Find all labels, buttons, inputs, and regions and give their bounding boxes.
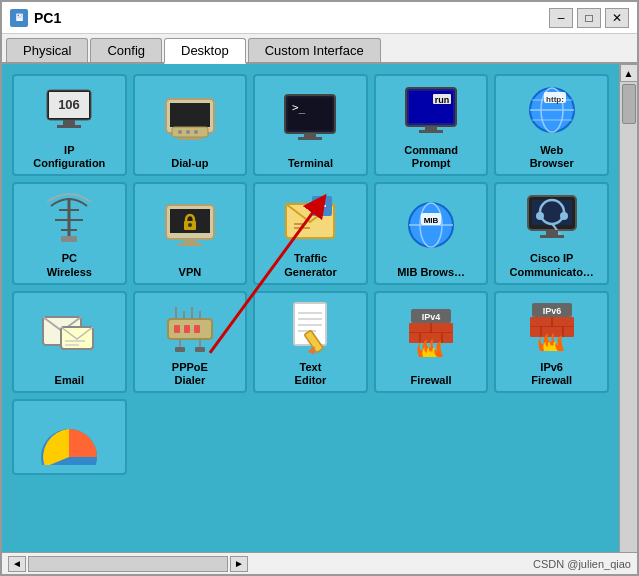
pie-chart-icon	[18, 407, 121, 465]
tab-bar: Physical Config Desktop Custom Interface	[2, 34, 637, 64]
grid-item-text-editor[interactable]: TextEditor	[253, 291, 368, 393]
grid-item-ip-config[interactable]: 106 IPConfiguration	[12, 74, 127, 176]
svg-rect-66	[184, 325, 190, 333]
cisco-ip-icon	[500, 190, 603, 248]
traffic-generator-icon: +	[259, 190, 362, 248]
svg-point-39	[188, 223, 192, 227]
svg-rect-23	[419, 130, 443, 133]
svg-rect-75	[195, 347, 205, 352]
grid-item-firewall[interactable]: IPv4 Firewall	[374, 291, 489, 393]
svg-rect-53	[532, 200, 572, 225]
cisco-ip-label: Cisco IPCommunicato…	[510, 252, 594, 278]
window-icon: 🖥	[10, 9, 28, 27]
app-grid: 106 IPConfiguration	[12, 74, 609, 475]
maximize-button[interactable]: □	[577, 8, 601, 28]
title-bar-left: 🖥 PC1	[10, 9, 61, 27]
mib-browser-label: MIB Brows…	[397, 266, 465, 279]
dialup-icon	[139, 82, 242, 153]
grid-item-dialup[interactable]: Dial-up	[133, 74, 248, 176]
tab-custom-interface[interactable]: Custom Interface	[248, 38, 381, 62]
text-editor-label: TextEditor	[295, 361, 327, 387]
tab-config[interactable]: Config	[90, 38, 162, 62]
svg-point-11	[186, 130, 190, 134]
grid-item-ipv6-firewall[interactable]: IPv6 IPv6Firewal	[494, 291, 609, 393]
title-controls: – □ ✕	[549, 8, 629, 28]
pc-wireless-label: PCWireless	[47, 252, 92, 278]
svg-rect-65	[174, 325, 180, 333]
minimize-button[interactable]: –	[549, 8, 573, 28]
svg-rect-67	[194, 325, 200, 333]
dialup-label: Dial-up	[171, 157, 208, 170]
svg-text:http:: http:	[546, 95, 564, 104]
window-title: PC1	[34, 10, 61, 26]
tab-desktop[interactable]: Desktop	[164, 38, 246, 64]
svg-point-56	[560, 212, 568, 220]
svg-text:IPv6: IPv6	[542, 306, 561, 316]
svg-point-10	[178, 130, 182, 134]
traffic-generator-label: TrafficGenerator	[284, 252, 337, 278]
grid-item-web-browser[interactable]: http: WebBrowser	[494, 74, 609, 176]
ipv6-firewall-label: IPv6Firewall	[531, 361, 572, 387]
pppoe-dialer-icon	[139, 299, 242, 357]
grid-item-traffic-generator[interactable]: + TrafficGenerator	[253, 182, 368, 284]
svg-text:run: run	[435, 95, 450, 105]
ip-config-icon: 106	[18, 82, 121, 140]
grid-area: 106 IPConfiguration	[2, 64, 619, 552]
ip-config-label: IPConfiguration	[33, 144, 105, 170]
vertical-scrollbar[interactable]: ▲	[619, 64, 637, 552]
svg-rect-4	[57, 125, 81, 128]
firewall-label: Firewall	[411, 374, 452, 387]
scroll-thumb[interactable]	[622, 84, 636, 124]
svg-rect-59	[540, 235, 564, 238]
svg-rect-17	[298, 137, 322, 140]
main-window: 🖥 PC1 – □ ✕ Physical Config Desktop Cust…	[0, 0, 639, 576]
tab-physical[interactable]: Physical	[6, 38, 88, 62]
svg-text:MIB: MIB	[424, 216, 439, 225]
firewall-icon: IPv4	[380, 299, 483, 370]
pppoe-dialer-label: PPPoEDialer	[172, 361, 208, 387]
title-bar: 🖥 PC1 – □ ✕	[2, 2, 637, 34]
bottom-bar: ◄ ► CSDN @julien_qiao	[2, 552, 637, 574]
vpn-icon	[139, 190, 242, 261]
svg-text:106: 106	[58, 97, 80, 112]
email-icon	[18, 299, 121, 370]
ipv6-firewall-icon: IPv6	[500, 299, 603, 357]
text-editor-icon	[259, 299, 362, 357]
svg-rect-74	[175, 347, 185, 352]
svg-rect-6	[170, 103, 210, 127]
grid-item-pie-chart[interactable]	[12, 399, 127, 475]
scroll-up-arrow[interactable]: ▲	[620, 64, 638, 82]
grid-item-cisco-ip[interactable]: Cisco IPCommunicato…	[494, 182, 609, 284]
mib-browser-icon: MIB	[380, 190, 483, 261]
grid-item-command-prompt[interactable]: run CommandPrompt	[374, 74, 489, 176]
scroll-right-arrow[interactable]: ►	[230, 556, 248, 572]
watermark: CSDN @julien_qiao	[533, 558, 631, 570]
svg-rect-35	[61, 236, 77, 242]
h-scroll-track	[28, 556, 228, 572]
web-browser-label: WebBrowser	[530, 144, 574, 170]
svg-rect-41	[178, 243, 202, 246]
grid-item-mib-browser[interactable]: MIB MIB Brows…	[374, 182, 489, 284]
grid-item-pppoe-dialer[interactable]: PPPoEDialer	[133, 291, 248, 393]
grid-item-email[interactable]: Email	[12, 291, 127, 393]
command-prompt-icon: run	[380, 82, 483, 140]
svg-text:+: +	[318, 197, 327, 214]
scroll-left-arrow[interactable]: ◄	[8, 556, 26, 572]
svg-point-12	[194, 130, 198, 134]
terminal-label: Terminal	[288, 157, 333, 170]
email-label: Email	[55, 374, 84, 387]
web-browser-icon: http:	[500, 82, 603, 140]
svg-text:IPv4: IPv4	[422, 312, 441, 322]
close-button[interactable]: ✕	[605, 8, 629, 28]
grid-item-pc-wireless[interactable]: PCWireless	[12, 182, 127, 284]
terminal-icon: >_	[259, 82, 362, 153]
pc-wireless-icon	[18, 190, 121, 248]
vpn-label: VPN	[179, 266, 202, 279]
content-area: 106 IPConfiguration	[2, 64, 637, 552]
svg-text:>_: >_	[292, 101, 306, 114]
horizontal-scroll: ◄ ►	[8, 556, 248, 572]
grid-item-vpn[interactable]: VPN	[133, 182, 248, 284]
svg-point-55	[536, 212, 544, 220]
command-prompt-label: CommandPrompt	[404, 144, 458, 170]
grid-item-terminal[interactable]: >_ Terminal	[253, 74, 368, 176]
